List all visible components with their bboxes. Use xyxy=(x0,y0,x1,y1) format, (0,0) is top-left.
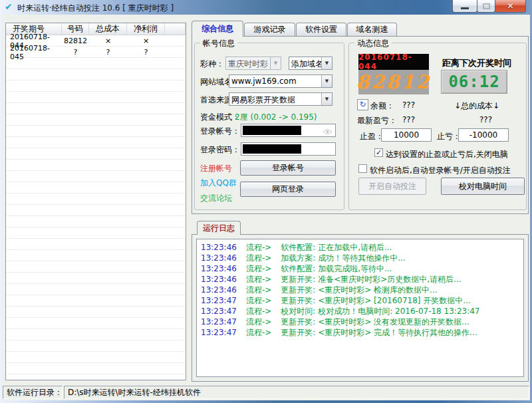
log-entry[interactable]: 13:23:46流程->软件配置: 正在加载中,请稍后... xyxy=(201,242,519,253)
log-message: 加载方案: 成功！等待其他操作中... xyxy=(281,253,405,263)
tab-summary[interactable]: 综合信息 xyxy=(192,21,243,37)
cell-cost: ? xyxy=(89,48,127,57)
refresh-balance-button[interactable]: ↻ xyxy=(357,99,368,110)
shutdown-checkbox[interactable]: ✓ xyxy=(374,148,383,157)
log-tag: 流程-> xyxy=(246,275,271,284)
tab-domain-speed[interactable]: 域名测速 xyxy=(347,23,397,36)
domain-select[interactable]: www.jw169.com ▼ xyxy=(229,74,332,88)
lottery-type-label: 彩种： xyxy=(200,59,224,70)
fund-mode-label: 资金模式： xyxy=(200,112,240,123)
source-select[interactable]: 网易彩票开奖数据 ▼ xyxy=(229,92,332,106)
current-issue-display: 20160718-044 xyxy=(358,54,429,70)
log-entry[interactable]: 13:23:47流程->校对时间: 校对成功！电脑时间: 2016-07-18 … xyxy=(201,306,519,317)
stop-loss-input[interactable] xyxy=(458,128,509,142)
cell-issue: 20160718-045 xyxy=(6,44,62,61)
password-label: 登录密码： xyxy=(200,144,240,156)
log-entry[interactable]: 13:23:47流程->更新开奖: <重庆时时彩> [20160718] 开奖数… xyxy=(201,295,519,306)
login-account-input[interactable] xyxy=(241,124,336,137)
total-cost-value: ??? xyxy=(479,115,492,124)
account-info-group: 帐号信息 彩种： 重庆时时彩 ▼ 添加域名 ▼ 网站域名： www.jw169.… xyxy=(194,43,344,210)
log-time: 13:23:47 xyxy=(201,307,237,316)
log-tag: 流程-> xyxy=(246,243,271,252)
password-input[interactable] xyxy=(241,142,336,156)
log-entry[interactable]: 13:23:47流程->更新开奖: <重庆时时彩> 没有发现更新的开奖数据... xyxy=(201,317,519,327)
dynamic-group-title: 动态信息 xyxy=(354,38,392,49)
domain-value: www.jw169.com xyxy=(229,75,321,87)
log-entry[interactable]: 13:23:47流程->更新开奖: <重庆时时彩> 完成！等待执行其他的操作..… xyxy=(201,327,519,338)
table-row[interactable]: 20160718-045 ? ? ? xyxy=(6,47,186,58)
countdown-label: 距离下次开奖时间 xyxy=(442,57,511,69)
log-time: 13:23:46 xyxy=(201,275,237,284)
caption-buttons: ✕ xyxy=(453,0,526,13)
stop-win-input[interactable] xyxy=(381,128,432,142)
start-auto-bet-button[interactable]: 开启自动投注 xyxy=(358,178,426,195)
lottery-type-value: 重庆时时彩 xyxy=(226,57,270,69)
log-tag: 流程-> xyxy=(246,285,271,295)
titlebar: ✔ 时来运转·经纬自动投注 10.6 [ 重庆时时彩 ] ✕ xyxy=(0,0,532,15)
lottery-type-select: 重庆时时彩 ▼ xyxy=(225,57,281,70)
log-message: 校对时间: 校对成功！电脑时间: 2016-07-18 13:23:47 xyxy=(281,307,479,316)
autostart-checkbox-label[interactable]: 软件启动后,自动登录帐号/开启自动投注 xyxy=(370,165,511,176)
register-link[interactable]: 注册帐号 xyxy=(200,163,232,174)
app-logo-icon: ✔ xyxy=(5,1,13,12)
redacted-account xyxy=(243,126,301,135)
login-button[interactable]: 登录帐号 xyxy=(240,160,336,176)
log-time: 13:23:46 xyxy=(201,264,237,273)
client-area: 开奖期号 号码 总成本 净利润 20160718-044 82812 × × 2… xyxy=(2,15,530,400)
web-login-button[interactable]: 网页登录 xyxy=(240,182,336,197)
log-tag: 流程-> xyxy=(246,317,271,327)
winning-number-display: 82812 xyxy=(358,70,429,94)
results-table-body: 20160718-044 82812 × × 20160718-045 ? ? … xyxy=(6,35,186,380)
cell-profit: ? xyxy=(127,48,165,57)
log-entry[interactable]: 13:23:46流程->更新开奖: <重庆时时彩> 检测库的数据中... xyxy=(201,285,519,295)
window-title: 时来运转·经纬自动投注 10.6 [ 重庆时时彩 ] xyxy=(17,3,174,14)
log-message: 软件配置: 加载完成啦,等待中... xyxy=(281,264,392,273)
log-entry[interactable]: 13:23:46流程->加载方案: 成功！等待其他操作中... xyxy=(201,253,519,263)
login-account-label: 登录帐号： xyxy=(200,126,240,137)
forum-link[interactable]: 交流论坛 xyxy=(200,193,232,204)
log-time: 13:23:46 xyxy=(201,243,237,252)
sync-time-button[interactable]: 校对电脑时间 xyxy=(441,178,525,195)
cell-cost: × xyxy=(89,37,127,45)
chevron-down-icon: ▼ xyxy=(321,75,332,87)
chevron-down-icon: ▼ xyxy=(321,93,332,105)
header-cost[interactable]: 总成本 xyxy=(89,23,127,35)
fund-mode-value: 2厘 (0.002 -> 0.195) xyxy=(235,112,317,123)
minimize-button[interactable] xyxy=(452,0,477,13)
log-message: 更新开奖: <重庆时时彩> 检测库的数据中... xyxy=(281,285,437,295)
balance-value: ??? xyxy=(402,100,415,110)
log-entry[interactable]: 13:23:46流程->软件配置: 加载完成啦,等待中... xyxy=(201,263,519,274)
run-log-list[interactable]: 13:23:46流程->软件配置: 正在加载中,请稍后... 13:23:46流… xyxy=(196,239,524,377)
results-listview[interactable]: 开奖期号 号码 总成本 净利润 20160718-044 82812 × × 2… xyxy=(5,23,186,380)
join-qq-link[interactable]: 加入QQ群 xyxy=(200,178,237,189)
maximize-button[interactable] xyxy=(477,0,495,13)
source-value: 网易彩票开奖数据 xyxy=(229,93,321,105)
profit-label: 最新盈亏： xyxy=(357,115,397,126)
header-profit[interactable]: 净利润 xyxy=(127,23,165,35)
account-group-title: 帐号信息 xyxy=(200,38,237,49)
shutdown-checkbox-label[interactable]: 达到设置的止盈或止亏后,关闭电脑 xyxy=(386,149,508,160)
dynamic-info-group: 动态信息 20160718-044 82812 距离下次开奖时间 06:12 ↻… xyxy=(348,43,527,210)
log-tag: 流程-> xyxy=(246,307,271,316)
tab-game-records[interactable]: 游戏记录 xyxy=(244,23,295,36)
log-time: 13:23:46 xyxy=(201,253,237,263)
close-button[interactable]: ✕ xyxy=(495,0,526,13)
log-entry[interactable]: 13:23:46流程->更新开奖: 准备<重庆时时彩>历史数据中,请稍后... xyxy=(201,274,519,285)
log-tag: 流程-> xyxy=(246,296,271,305)
autostart-checkbox[interactable] xyxy=(358,164,367,173)
balance-label: 余额： xyxy=(370,100,394,112)
tab-settings[interactable]: 软件设置 xyxy=(296,23,346,36)
cell-number: 82812 xyxy=(62,37,89,45)
stop-win-label: 止盈： xyxy=(360,131,384,142)
header-number[interactable]: 号码 xyxy=(62,23,89,35)
tab-run-log[interactable]: 运行日志 xyxy=(197,221,241,235)
log-time: 13:23:47 xyxy=(201,328,237,337)
log-message: 更新开奖: 准备<重庆时时彩>历史数据中,请稍后... xyxy=(281,275,461,284)
maximize-icon xyxy=(483,3,490,9)
run-dir-label: 软件运行目录： xyxy=(3,386,63,399)
run-log-panel: 13:23:46流程->软件配置: 正在加载中,请稍后... 13:23:46流… xyxy=(192,234,529,382)
refresh-icon: ↻ xyxy=(359,100,366,109)
add-domain-select[interactable]: 添加域名 ▼ xyxy=(289,57,332,70)
eye-icon[interactable] xyxy=(323,128,332,137)
log-tag: 流程-> xyxy=(246,253,271,263)
